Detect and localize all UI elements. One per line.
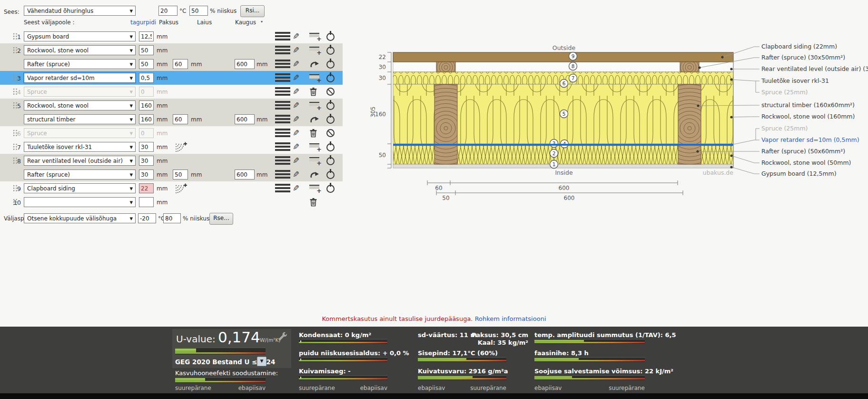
mm-unit: mm xyxy=(191,116,202,123)
material-wave-plus-icon[interactable] xyxy=(174,183,187,194)
outside-temperature-input[interactable] xyxy=(138,213,156,223)
rse-button[interactable]: Rse... xyxy=(209,213,233,225)
material-select[interactable]: Spruce▼ xyxy=(24,87,136,97)
distance-input[interactable] xyxy=(235,114,255,124)
delete-icon[interactable] xyxy=(309,198,317,207)
thickness-input[interactable] xyxy=(139,170,154,180)
edit-icon[interactable]: ✎ xyxy=(293,129,299,137)
more-info-link[interactable]: Rohkem informatsiooni xyxy=(475,315,546,322)
thickness-input[interactable] xyxy=(139,59,154,69)
thickness-input[interactable] xyxy=(139,45,154,55)
menu-icon[interactable] xyxy=(275,60,290,68)
results-bar: U-value: 0,174 W/(m²K) GEG 2020 Bestand … xyxy=(0,327,868,393)
insert-layer-icon[interactable] xyxy=(309,32,321,41)
material-select-value: Rockwool, stone wool xyxy=(27,47,89,54)
redo-arrow-icon[interactable] xyxy=(309,115,320,124)
edit-icon[interactable]: ✎ xyxy=(293,60,299,68)
width-input[interactable] xyxy=(173,59,188,69)
material-select[interactable]: Spruce▼ xyxy=(24,128,136,138)
material-select[interactable]: Vapor retarder sd=10m▼ xyxy=(24,73,136,83)
insert-layer-icon[interactable] xyxy=(309,101,321,110)
menu-icon[interactable] xyxy=(275,142,290,151)
redo-arrow-icon[interactable] xyxy=(309,60,320,69)
edit-icon[interactable]: ✎ xyxy=(293,142,299,151)
menu-icon[interactable] xyxy=(275,115,290,123)
thickness-input[interactable] xyxy=(139,197,154,207)
material-select[interactable]: ▼ xyxy=(24,197,136,207)
menu-icon[interactable] xyxy=(275,46,290,54)
diagram-inside-label: Inside xyxy=(555,169,573,176)
material-select[interactable]: Rockwool, stone wool▼ xyxy=(24,100,136,110)
material-select[interactable]: Clapboard siding▼ xyxy=(24,183,136,193)
reverse-link[interactable]: tagurpidi xyxy=(130,19,156,26)
material-select-value: Rafter (spruce) xyxy=(27,61,70,68)
material-select[interactable]: structural timber▼ xyxy=(24,114,136,124)
material-select[interactable]: Rear ventilated level (outside air)▼ xyxy=(24,156,136,166)
distance-input[interactable] xyxy=(235,59,255,69)
thickness-input[interactable] xyxy=(139,73,154,83)
menu-icon[interactable] xyxy=(275,129,290,137)
insert-layer-icon[interactable] xyxy=(309,184,321,193)
chevron-down-icon: ▼ xyxy=(129,76,133,80)
material-select-value: Tuuletõke isover rkl-31 xyxy=(27,144,92,150)
width-input[interactable] xyxy=(173,170,188,180)
material-wave-plus-icon[interactable] xyxy=(174,141,187,152)
greenhouse-label: Kasvuhooneefekti soodustamine: xyxy=(175,369,278,377)
outside-humidity-input[interactable] xyxy=(163,213,181,223)
edit-icon[interactable]: ✎ xyxy=(293,32,299,40)
material-select[interactable]: Rockwool, stone wool▼ xyxy=(24,45,136,55)
thickness-input[interactable] xyxy=(139,100,154,110)
redo-arrow-icon[interactable] xyxy=(309,170,320,179)
inside-temperature-input[interactable] xyxy=(158,6,178,16)
width-input[interactable] xyxy=(173,114,188,124)
menu-icon[interactable] xyxy=(275,73,290,82)
thickness-input[interactable] xyxy=(139,128,154,138)
edit-icon[interactable]: ✎ xyxy=(293,115,299,123)
insert-layer-icon[interactable] xyxy=(309,73,321,82)
menu-icon[interactable] xyxy=(275,156,290,165)
thickness-input[interactable] xyxy=(139,156,154,166)
thickness-input[interactable] xyxy=(139,114,154,124)
edit-icon[interactable]: ✎ xyxy=(293,170,299,179)
menu-icon[interactable] xyxy=(275,32,290,40)
menu-icon[interactable] xyxy=(275,170,290,179)
thickness-input[interactable] xyxy=(139,87,154,97)
edit-icon[interactable]: ✎ xyxy=(293,73,299,82)
drying-time-label: Kuivamisaeg: - xyxy=(299,368,351,375)
edit-icon[interactable]: ✎ xyxy=(293,46,299,54)
standard-dropdown-icon[interactable]: ▼ xyxy=(257,357,266,366)
inside-environment-select[interactable]: Vähendatud õhuringlus ▼ xyxy=(24,6,136,16)
thickness-input[interactable] xyxy=(139,142,154,152)
layer-label-list: Clapboard siding (22mm)Rafter (spruce) (… xyxy=(761,43,868,177)
edit-icon[interactable]: ✎ xyxy=(293,156,299,165)
col-distance[interactable]: Kaugus xyxy=(235,19,256,26)
insert-layer-icon[interactable] xyxy=(309,156,321,165)
edit-icon[interactable]: ✎ xyxy=(293,184,299,192)
rsi-button[interactable]: Rsi... xyxy=(240,5,265,17)
edit-icon[interactable]: ✎ xyxy=(293,87,299,96)
diagram-layer-label: Rockwool, stone wool (160mm) xyxy=(761,113,855,120)
insert-layer-icon[interactable] xyxy=(309,46,321,55)
material-select[interactable]: Rafter (spruce)▼ xyxy=(24,59,136,69)
wrench-icon[interactable] xyxy=(278,331,288,343)
thickness-input[interactable] xyxy=(139,183,154,193)
edit-icon[interactable]: ✎ xyxy=(293,101,299,110)
chevron-down-icon: ▼ xyxy=(129,9,133,13)
delete-icon[interactable] xyxy=(309,129,317,138)
material-select[interactable]: Rafter (spruce)▼ xyxy=(24,170,136,180)
columns-header: Seest väljapoole : tagurpidi Paksus Laiu… xyxy=(0,19,343,28)
mm-unit: mm xyxy=(157,33,168,40)
thickness-total-label: Paksus: 30,5 cm xyxy=(457,331,528,339)
insert-layer-icon[interactable] xyxy=(309,142,321,151)
thickness-input[interactable] xyxy=(139,31,154,41)
inside-humidity-input[interactable] xyxy=(189,6,208,16)
outside-environment-select[interactable]: Otsene kokkupuude välisõhuga ▼ xyxy=(24,213,136,223)
material-select[interactable]: Gypsum board▼ xyxy=(24,31,136,41)
material-select[interactable]: Tuuletõke isover rkl-31▼ xyxy=(24,142,136,152)
menu-icon[interactable] xyxy=(275,184,290,192)
mm-unit: mm xyxy=(256,61,267,68)
menu-icon[interactable] xyxy=(275,87,290,96)
distance-input[interactable] xyxy=(235,170,255,180)
delete-icon[interactable] xyxy=(309,87,317,96)
menu-icon[interactable] xyxy=(275,101,290,110)
